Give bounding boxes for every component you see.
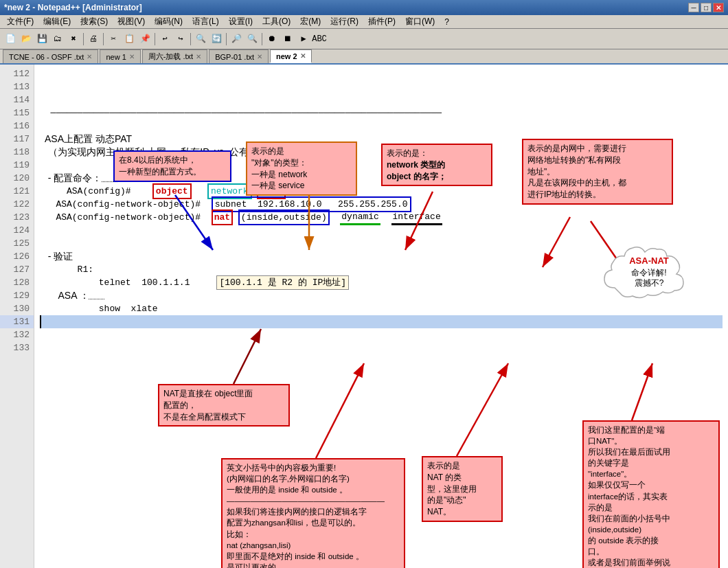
svg-text:命令详解!: 命令详解! — [631, 268, 666, 277]
line-number-gutter: 112 113 114 115 116 117 118 119 120 121 … — [0, 65, 34, 568]
menu-search[interactable]: 搜索(S) — [76, 15, 112, 28]
line-123-prefix: ASA(config-network-object)# — [40, 211, 212, 224]
toolbar-spellcheck[interactable]: ABC — [312, 32, 327, 47]
menu-edit[interactable]: 编辑(E) — [39, 15, 75, 28]
tab-new1-close[interactable]: ✕ — [129, 53, 135, 60]
menu-macro[interactable]: 宏(M) — [296, 15, 325, 28]
toolbar-zoom-in[interactable]: 🔎 — [229, 32, 244, 47]
maximize-button[interactable]: □ — [701, 3, 712, 12]
menu-window[interactable]: 窗口(W) — [401, 15, 439, 28]
svg-text:ASA-NAT: ASA-NAT — [629, 255, 669, 266]
tab-bar: TCNE - 06 - OSPF .txt ✕ new 1 ✕ 周六-加载 .t… — [0, 49, 728, 65]
annotation-4: 表示的是内网中，需要进行网络地址转换的"私有网段地址"。凡是在该网段中的主机，都… — [522, 139, 673, 205]
toolbar-paste[interactable]: 📌 — [137, 32, 152, 47]
line-num-113: 113 — [0, 80, 34, 93]
toolbar-new[interactable]: 📄 — [3, 32, 18, 47]
toolbar-macro-record[interactable]: ⏺ — [264, 32, 280, 47]
line-num-130: 130 — [0, 302, 34, 315]
line-122-prefix: ASA(config-network-object)# — [40, 198, 212, 211]
toolbar-undo[interactable]: ↩ — [157, 32, 172, 47]
line-123-sp3 — [380, 211, 391, 224]
menu-run[interactable]: 运行(R) — [326, 15, 363, 28]
line-num-129: 129 — [0, 289, 34, 302]
line-num-128: 128 — [0, 276, 34, 289]
close-button[interactable]: ✕ — [713, 3, 724, 12]
tab-zhouliu-close[interactable]: ✕ — [196, 53, 201, 60]
line-num-112: 112 — [0, 67, 34, 80]
toolbar-zoom-out[interactable]: 🔍 — [244, 32, 260, 47]
menu-settings[interactable]: 设置(I) — [225, 15, 257, 28]
window-title: *new 2 - Notepad++ [Administrator] — [4, 3, 142, 12]
line-123-sp2 — [330, 211, 341, 224]
line-num-126: 126 — [0, 250, 34, 263]
line-121-space — [192, 185, 207, 198]
cloud-svg: ASA-NAT 命令详解! 震撼不? — [601, 240, 697, 302]
code-line-114 — [40, 93, 723, 106]
annotation-8: 我们这里配置的是"端口NAT"。所以我们在最后面试用的关键字是"interfac… — [582, 420, 720, 568]
toolbar-copy[interactable]: 📋 — [122, 32, 137, 47]
code-line-132 — [40, 328, 723, 341]
line-126-text: - 验证 — [40, 250, 73, 263]
tab-zhouliu-label: 周六-加载 .txt — [148, 52, 193, 62]
line-num-127: 127 — [0, 263, 34, 276]
code-line-124 — [40, 224, 723, 237]
menu-plugins[interactable]: 插件(P) — [364, 15, 400, 28]
code-line-113 — [40, 80, 723, 93]
line-num-114: 114 — [0, 93, 34, 106]
annotation-7: 表示的是NAT 的类型，这里使用的是"动态"NAT。 — [422, 456, 503, 522]
menu-bar: 文件(F) 编辑(E) 搜索(S) 视图(V) 编码(N) 语言(L) 设置(I… — [0, 15, 728, 29]
line-121-prefix: ASA(config)# — [40, 185, 152, 198]
toolbar-save-all[interactable]: 🗂 — [50, 32, 65, 47]
code-line-123: ASA(config-network-object)# nat (inside,… — [40, 211, 723, 224]
toolbar-save[interactable]: 💾 — [34, 32, 49, 47]
toolbar-replace[interactable]: 🔄 — [209, 32, 224, 47]
code-underline-interface: interface — [391, 210, 442, 225]
menu-view[interactable]: 视图(V) — [113, 15, 149, 28]
line-128-text: telnet 100.1.1.1 — [40, 276, 216, 289]
code-line-112 — [40, 67, 723, 80]
tab-new2-close[interactable]: ✕ — [300, 52, 306, 60]
line-129-text: ASA ： — [40, 289, 89, 302]
editor-area[interactable]: 112 113 114 115 116 117 118 119 120 121 … — [0, 65, 728, 568]
minimize-button[interactable]: ─ — [688, 3, 699, 12]
menu-help[interactable]: ? — [440, 16, 453, 27]
tab-tcne-close[interactable]: ✕ — [87, 53, 92, 60]
tab-tcne[interactable]: TCNE - 06 - OSPF .txt ✕ — [3, 49, 98, 63]
line-num-122: 122 — [0, 198, 34, 211]
toolbar-open[interactable]: 📂 — [19, 32, 34, 47]
toolbar-find[interactable]: 🔍 — [193, 32, 208, 47]
tab-bgp[interactable]: BGP-01 .txt ✕ — [209, 49, 269, 63]
line-num-116: 116 — [0, 120, 34, 133]
line-num-132: 132 — [0, 328, 34, 341]
line-num-125: 125 — [0, 237, 34, 250]
toolbar: 📄 📂 💾 🗂 ✖ 🖨 ✂ 📋 📌 ↩ ↪ 🔍 🔄 🔎 🔍 ⏺ ⏹ ▶ ABC — [0, 29, 728, 49]
menu-encode[interactable]: 编码(N) — [150, 15, 187, 28]
line-num-120: 120 — [0, 172, 34, 185]
tab-bgp-close[interactable]: ✕ — [257, 53, 262, 60]
menu-tools[interactable]: 工具(O) — [258, 15, 295, 28]
code-line-115: ────────────────────────────────────────… — [40, 106, 723, 120]
line-num-131: 131 — [0, 315, 34, 328]
code-line-116 — [40, 120, 723, 133]
toolbar-close[interactable]: ✖ — [66, 32, 81, 47]
toolbar-macro-play[interactable]: ▶ — [296, 32, 311, 47]
toolbar-redo[interactable]: ↪ — [173, 32, 188, 47]
code-underline-dynamic: dynamic — [340, 210, 380, 225]
dash-line: ────────────────────────────────────────… — [40, 106, 442, 120]
tab-new2[interactable]: new 2 ✕ — [270, 49, 312, 63]
title-bar: *new 2 - Notepad++ [Administrator] ─ □ ✕ — [0, 0, 728, 15]
menu-lang[interactable]: 语言(L) — [188, 15, 223, 28]
tab-tcne-label: TCNE - 06 - OSPF .txt — [9, 53, 84, 61]
tab-zhouliu[interactable]: 周六-加载 .txt ✕ — [142, 49, 207, 63]
line-117-text: ASA上配置 动态PAT — [40, 133, 132, 146]
toolbar-print[interactable]: 🖨 — [86, 32, 101, 47]
menu-file[interactable]: 文件(F) — [3, 15, 38, 28]
toolbar-cut[interactable]: ✂ — [106, 32, 121, 47]
line-num-118: 118 — [0, 146, 34, 159]
line-num-119: 119 — [0, 159, 34, 172]
toolbar-sep-2 — [103, 33, 104, 45]
tab-new1[interactable]: new 1 ✕ — [100, 49, 140, 63]
line-num-124: 124 — [0, 224, 34, 237]
toolbar-macro-stop[interactable]: ⏹ — [280, 32, 295, 47]
annotation-3: 表示的是：network 类型的object 的名字； — [381, 144, 492, 186]
